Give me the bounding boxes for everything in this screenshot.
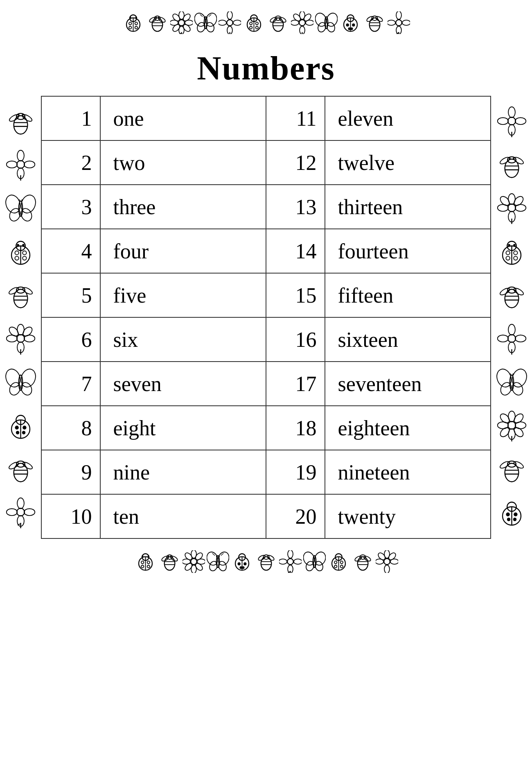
svg-point-290 — [313, 555, 316, 567]
svg-point-107 — [18, 201, 22, 217]
flower2-icon — [219, 11, 241, 34]
svg-point-74 — [348, 27, 351, 29]
svg-point-262 — [216, 555, 217, 557]
svg-point-37 — [227, 20, 233, 26]
svg-point-141 — [15, 425, 18, 429]
side-ladybug-icon — [5, 237, 36, 267]
svg-point-100 — [6, 161, 17, 168]
ladybug-icon — [122, 11, 144, 34]
side-flower-icon — [5, 150, 36, 181]
flower3-icon — [291, 11, 313, 34]
bot-ladybug-icon — [134, 550, 157, 573]
svg-point-117 — [17, 244, 19, 247]
number-left: 9 — [41, 450, 100, 494]
svg-point-73 — [352, 23, 355, 26]
content-area: 1 one 11 eleven 2 two 12 twelve 3 three … — [0, 96, 532, 539]
rside-bee2-icon — [496, 280, 527, 311]
side-butterfly2-icon — [5, 367, 36, 398]
svg-point-83 — [396, 11, 401, 19]
number-left: 8 — [41, 406, 100, 450]
svg-point-16 — [158, 16, 159, 18]
rside-butterfly-icon — [496, 367, 527, 398]
side-ladybug2-icon — [5, 411, 36, 441]
flower4-icon — [388, 11, 410, 34]
word-right: eighteen — [325, 406, 491, 450]
svg-point-162 — [515, 118, 525, 124]
svg-point-40 — [219, 20, 226, 25]
svg-point-72 — [346, 23, 349, 26]
rside-flower4-icon — [496, 411, 527, 441]
svg-point-150 — [22, 461, 33, 470]
svg-point-152 — [17, 498, 24, 509]
svg-point-124 — [22, 286, 33, 296]
svg-point-97 — [17, 161, 25, 168]
bot-flower3-icon — [376, 550, 398, 573]
table-row: 4 four 14 fourteen — [41, 229, 491, 273]
svg-point-89 — [14, 115, 27, 134]
bee-icon — [146, 11, 169, 34]
word-right: eleven — [325, 96, 491, 140]
svg-point-151 — [17, 509, 25, 516]
table-row: 3 three 13 thirteen — [41, 185, 491, 229]
number-left: 6 — [41, 317, 100, 362]
word-right: thirteen — [325, 185, 491, 229]
svg-point-208 — [508, 421, 516, 429]
table-row: 9 nine 19 nineteen — [41, 450, 491, 494]
svg-point-172 — [508, 204, 516, 212]
svg-point-280 — [288, 550, 293, 558]
svg-point-298 — [357, 556, 368, 570]
svg-point-113 — [15, 251, 18, 255]
svg-point-116 — [23, 256, 26, 260]
svg-point-54 — [269, 16, 277, 23]
number-right: 13 — [266, 185, 325, 229]
svg-point-81 — [375, 15, 383, 22]
svg-point-82 — [396, 20, 402, 26]
table-row: 1 one 11 eleven — [41, 96, 491, 140]
number-right: 18 — [266, 406, 325, 450]
svg-point-189 — [505, 289, 518, 308]
number-left: 4 — [41, 229, 100, 273]
svg-point-75 — [350, 27, 353, 29]
svg-point-247 — [170, 555, 171, 556]
svg-point-228 — [514, 513, 517, 516]
svg-point-46 — [250, 22, 252, 25]
word-left: nine — [100, 450, 266, 494]
rside-ladybug-icon — [496, 237, 527, 267]
svg-point-101 — [24, 161, 34, 168]
svg-point-33 — [204, 16, 205, 18]
svg-point-230 — [513, 518, 516, 521]
svg-point-237 — [147, 565, 149, 568]
number-right: 11 — [266, 96, 325, 140]
svg-point-238 — [141, 555, 143, 557]
side-flower3-icon — [5, 498, 36, 528]
svg-point-263 — [218, 555, 220, 557]
word-left: two — [100, 140, 266, 185]
svg-point-5 — [129, 26, 131, 29]
svg-point-273 — [261, 556, 271, 570]
svg-point-223 — [513, 460, 524, 470]
svg-point-239 — [147, 555, 149, 557]
svg-point-144 — [22, 431, 25, 434]
ladybug3-icon — [339, 11, 362, 34]
svg-point-227 — [506, 513, 509, 516]
svg-point-6 — [135, 26, 138, 29]
table-row: 2 two 12 twelve — [41, 140, 491, 185]
svg-point-115 — [15, 256, 18, 260]
svg-point-76 — [370, 18, 380, 31]
svg-point-3 — [129, 22, 131, 25]
table-row: 8 eight 18 eighteen — [41, 406, 491, 450]
left-decorations — [0, 96, 41, 539]
svg-point-123 — [8, 286, 19, 296]
svg-point-199 — [515, 335, 525, 342]
side-bee-icon — [5, 106, 36, 137]
number-right: 15 — [266, 273, 325, 317]
svg-point-137 — [18, 375, 22, 390]
bot-butterfly2-icon — [303, 550, 326, 573]
bottom-border — [0, 539, 532, 584]
svg-point-297 — [340, 565, 343, 568]
svg-point-303 — [363, 555, 371, 562]
bot-ladybug2-icon — [231, 550, 253, 573]
svg-point-86 — [402, 20, 410, 25]
bee2-icon — [267, 11, 289, 34]
side-bee3-icon — [5, 454, 36, 485]
